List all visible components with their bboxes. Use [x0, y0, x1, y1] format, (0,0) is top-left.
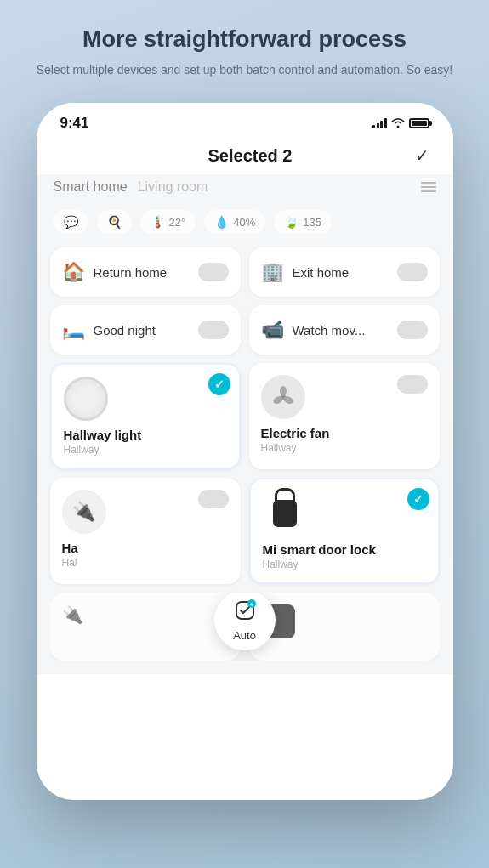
- hallway-light-card[interactable]: ✓ Hallway light Hallway: [50, 363, 241, 469]
- socket-card[interactable]: 🔌 Ha Hal: [50, 478, 241, 584]
- page-subtitle: Select multiple devices and set up both …: [34, 61, 455, 79]
- signal-icon: [372, 118, 387, 128]
- exit-home-left: 🏢 Exit home: [261, 261, 350, 283]
- hallway-light-check: ✓: [208, 373, 230, 395]
- app-bar: Selected 2 ✓: [37, 137, 453, 174]
- watch-movie-toggle[interactable]: [397, 321, 428, 339]
- page-title: More straightforward process: [34, 26, 455, 53]
- watch-movie-label: Watch mov...: [293, 323, 366, 338]
- sensor-humidity: 💧 40%: [204, 210, 265, 234]
- watch-movie-left: 📹 Watch mov...: [261, 319, 366, 341]
- socket-location: Hal: [62, 557, 229, 569]
- good-night-toggle[interactable]: [198, 321, 229, 339]
- wifi-icon: [391, 116, 405, 130]
- door-lock-card[interactable]: ✓ Mi smart door lock Hallway: [249, 478, 440, 584]
- socket-toggle[interactable]: [198, 490, 229, 508]
- scene-row-1: 🏠 Return home 🏢 Exit home: [50, 247, 440, 297]
- return-home-toggle[interactable]: [198, 263, 229, 281]
- page-header: More straightforward process Select mult…: [0, 26, 489, 103]
- scene-row-2: 🛏️ Good night 📹 Watch mov...: [50, 305, 440, 355]
- checkmark-button[interactable]: ✓: [415, 145, 429, 166]
- humidity-icon: 💧: [214, 215, 229, 229]
- watch-movie-icon: 📹: [261, 319, 284, 341]
- light-ring-icon: [64, 377, 108, 421]
- status-bar: 9:41: [37, 103, 453, 137]
- devices-grid: ✓ Hallway light Hallway: [50, 363, 440, 584]
- humidity-value: 40%: [233, 216, 255, 229]
- svg-point-1: [280, 386, 287, 396]
- electric-fan-card[interactable]: Electric fan Hallway: [249, 363, 440, 469]
- auto-icon: +: [233, 599, 257, 627]
- sensor-cook: 🍳: [97, 210, 132, 234]
- hallway-light-location: Hallway: [64, 444, 227, 456]
- good-night-left: 🛏️ Good night: [62, 319, 156, 341]
- good-night-icon: 🛏️: [62, 319, 85, 341]
- socket-card-top: 🔌: [62, 490, 229, 534]
- temp-value: 22°: [169, 216, 186, 229]
- svg-text:+: +: [249, 601, 253, 609]
- socket-name: Ha: [62, 541, 229, 555]
- home-tabs: Smart home Living room: [37, 174, 453, 203]
- fan-icon: [261, 375, 305, 419]
- exit-home-toggle[interactable]: [397, 263, 428, 281]
- exit-home-icon: 🏢: [261, 261, 284, 283]
- auto-fab[interactable]: + Auto: [214, 593, 276, 650]
- exit-home-label: Exit home: [293, 265, 350, 280]
- sensor-row: 💬 🍳 🌡️ 22° 💧 40% 🍃 135: [37, 203, 453, 244]
- cook-icon: 🍳: [107, 215, 122, 229]
- exit-home-card[interactable]: 🏢 Exit home: [249, 247, 440, 297]
- good-night-label: Good night: [94, 323, 156, 338]
- chat-icon: 💬: [64, 215, 78, 229]
- menu-icon[interactable]: [421, 182, 436, 192]
- electric-fan-name: Electric fan: [261, 426, 428, 440]
- return-home-label: Return home: [94, 265, 168, 280]
- sensor-chat: 💬: [54, 210, 88, 234]
- electric-fan-location: Hallway: [261, 442, 428, 454]
- sensor-air: 🍃 135: [274, 210, 332, 234]
- app-bar-title: Selected 2: [86, 146, 415, 166]
- sensor-temp: 🌡️ 22°: [140, 210, 196, 234]
- bottom-row: 🔌 + Auto: [50, 593, 440, 661]
- door-lock-check: ✓: [407, 488, 429, 510]
- temp-icon: 🌡️: [151, 215, 165, 229]
- hallway-light-name: Hallway light: [64, 428, 227, 442]
- good-night-card[interactable]: 🛏️ Good night: [50, 305, 241, 355]
- battery-icon: [409, 118, 429, 128]
- socket-icon: 🔌: [62, 490, 106, 534]
- lock-icon: [263, 491, 307, 536]
- watch-movie-card[interactable]: 📹 Watch mov...: [249, 305, 440, 355]
- return-home-card[interactable]: 🏠 Return home: [50, 247, 241, 297]
- tab-smart-home[interactable]: Smart home: [54, 179, 128, 195]
- bottom-left-card[interactable]: 🔌: [50, 593, 241, 661]
- auto-label: Auto: [233, 629, 256, 642]
- return-home-left: 🏠 Return home: [62, 261, 168, 283]
- fan-toggle[interactable]: [397, 375, 428, 394]
- electric-fan-top: [261, 375, 428, 419]
- content-area: 🏠 Return home 🏢 Exit home 🛏️ Good night: [37, 244, 453, 674]
- return-home-icon: 🏠: [62, 261, 85, 283]
- bottom-right-card[interactable]: [249, 593, 440, 661]
- door-lock-name: Mi smart door lock: [263, 542, 426, 557]
- status-icons: [372, 116, 429, 130]
- door-lock-top: [263, 491, 426, 536]
- tab-living-room[interactable]: Living room: [138, 179, 208, 195]
- hallway-light-top: [64, 377, 227, 421]
- status-time: 9:41: [60, 115, 89, 132]
- air-icon: 🍃: [284, 215, 299, 229]
- air-value: 135: [303, 216, 321, 229]
- phone-shell: 9:41 Selected 2 ✓: [37, 103, 453, 800]
- door-lock-location: Hallway: [263, 559, 426, 570]
